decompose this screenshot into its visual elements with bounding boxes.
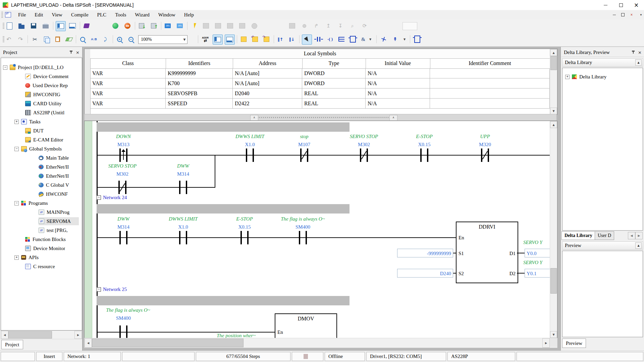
find-button[interactable]	[78, 35, 87, 44]
table-cell[interactable]: N/A	[366, 78, 430, 88]
device-address[interactable]: M320	[448, 142, 522, 147]
zoom-in-button[interactable]: +	[115, 35, 124, 44]
scroll-thumb[interactable]	[550, 268, 557, 294]
collapse-section-button[interactable]: ▲	[635, 59, 642, 66]
project-h-scrollbar[interactable]: ◀ ▶	[1, 330, 82, 339]
contact-nc[interactable]	[358, 148, 370, 162]
scroll-right-button[interactable]: ▶	[542, 338, 550, 348]
contact-no[interactable]	[117, 325, 129, 339]
menu-overflow-icon[interactable]: ▼	[637, 12, 644, 18]
new-file-button[interactable]	[5, 21, 14, 31]
disabled-record-button[interactable]	[300, 21, 309, 31]
network-24-header[interactable]: Network 24	[97, 195, 127, 200]
online-monitor-button[interactable]: 101	[163, 21, 172, 31]
menu-window[interactable]: Window	[154, 11, 180, 19]
collapse-icon[interactable]	[3, 65, 7, 70]
disabled-tool-button-4[interactable]	[237, 21, 247, 31]
device-address[interactable]: SM400	[266, 224, 340, 230]
table-cell[interactable]	[430, 99, 550, 109]
tree-item-ecam[interactable]: E-CAM Editor	[25, 136, 63, 144]
contact-no[interactable]	[117, 231, 129, 244]
redo-button[interactable]: ↷	[16, 35, 25, 44]
tab-project[interactable]: Project	[1, 340, 23, 349]
close-icon[interactable]: ×	[76, 50, 79, 55]
disabled-window-button[interactable]	[287, 21, 297, 31]
table-cell[interactable]: N/A [Auto]	[233, 68, 302, 78]
menu-plc[interactable]: PLC	[93, 11, 111, 19]
menu-edit[interactable]: Edit	[30, 11, 47, 19]
zoom-out-button[interactable]: −	[126, 35, 136, 44]
collapse-icon[interactable]	[14, 201, 19, 205]
tree-item-device-monitor[interactable]: Device Monitor	[25, 244, 65, 252]
tree-item-device-comment[interactable]: Device Comment	[25, 72, 68, 80]
disabled-tool-button-1[interactable]	[201, 21, 211, 31]
address-view-toggle[interactable]: ADDR	[201, 35, 210, 44]
disabled-tool-button-5[interactable]	[250, 21, 259, 31]
tree-item-c-global[interactable]: C Global V	[39, 181, 69, 189]
contact-no[interactable]	[177, 231, 189, 244]
print-button[interactable]	[41, 21, 50, 31]
mdi-restore-button[interactable]	[619, 12, 627, 18]
tree-item-delta-library[interactable]: Delta Library	[565, 73, 606, 81]
table-cell[interactable]: N/A	[366, 88, 430, 99]
scroll-left-button[interactable]: ◀	[1, 331, 8, 339]
tree-item-hwconfig-symbols[interactable]: HWCONF	[39, 190, 68, 198]
s2-operand[interactable]: D240	[397, 269, 453, 278]
network-25-header[interactable]: Network 25	[97, 287, 127, 292]
erase-button[interactable]	[64, 35, 74, 44]
s1-operand[interactable]: -999999999	[397, 249, 453, 257]
simulator-stop-button[interactable]	[123, 21, 132, 31]
restore-button[interactable]	[613, 0, 629, 10]
paste-button[interactable]	[53, 35, 62, 44]
contact-nc[interactable]	[479, 148, 491, 162]
tab-delta-library[interactable]: Delta Library	[561, 231, 595, 240]
dmov-block[interactable]: DMOV En	[275, 313, 337, 339]
contact-no[interactable]	[177, 181, 189, 194]
tree-item-c-resource[interactable]: C resource	[25, 262, 55, 270]
table-ladder-splitter[interactable]: ∧ ∧	[84, 114, 557, 121]
expand-icon[interactable]	[565, 75, 570, 79]
save-button[interactable]	[29, 21, 38, 31]
disabled-refresh-button[interactable]: ⟳	[360, 21, 369, 31]
contact-nc[interactable]	[298, 148, 310, 162]
table-cell[interactable]: VAR	[90, 99, 166, 109]
instruction-dropdown[interactable]: ▼	[368, 35, 373, 44]
scroll-thumb[interactable]	[92, 339, 244, 347]
expand-icon[interactable]	[14, 255, 19, 260]
tree-item-ethernet-1[interactable]: EtherNet/II	[39, 163, 69, 171]
tree-item-global-symbols[interactable]: Global Symbols	[14, 145, 62, 153]
tab-preview[interactable]: Preview	[562, 339, 586, 348]
ddrvi-block[interactable]: DDRVI En S1 S2 D1 D2	[456, 222, 518, 283]
insert-branch-button[interactable]	[337, 35, 346, 44]
scroll-right-button[interactable]: ▶	[74, 331, 82, 339]
contact-no[interactable]	[238, 231, 251, 244]
disabled-step-button-2[interactable]: ↥	[324, 21, 333, 31]
table-cell[interactable]: REAL	[302, 99, 366, 109]
table-cell[interactable]: N/A [Auto]	[233, 78, 302, 88]
close-icon[interactable]: ×	[638, 50, 642, 55]
device-monitor-button[interactable]: 101	[175, 21, 184, 31]
comment-view-toggle[interactable]	[225, 35, 235, 45]
symbol-table-view-toggle[interactable]	[213, 35, 223, 45]
table-cell[interactable]: K999999999	[166, 68, 233, 78]
tree-item-used-device[interactable]: Used Device Rep	[25, 81, 68, 89]
replace-button[interactable]: A↕B	[89, 35, 99, 44]
activate-network-button[interactable]	[250, 35, 260, 44]
device-address[interactable]: M313	[87, 142, 160, 147]
table-cell[interactable]	[430, 78, 550, 88]
table-cell[interactable]: SSPEED	[166, 99, 233, 109]
table-cell[interactable]: VAR	[90, 68, 166, 78]
tree-item-plc[interactable]: AS228P (Untitl	[25, 109, 64, 117]
pin-icon[interactable]	[69, 51, 73, 55]
expand-icon[interactable]	[14, 120, 19, 124]
symbols-v-scrollbar[interactable]: ▲ ▼	[550, 49, 557, 115]
insert-contact-button[interactable]	[314, 35, 323, 44]
vertical-line-button[interactable]: ↟	[390, 35, 400, 44]
insert-network-above-button[interactable]: ‖↑	[276, 35, 285, 44]
insert-block-button[interactable]	[348, 35, 358, 44]
tree-item-ethernet-2[interactable]: EtherNet/II	[39, 172, 69, 180]
scroll-up-button[interactable]: ▲	[550, 49, 557, 56]
ladder-v-scrollbar[interactable]: ▲ ▼	[550, 121, 557, 338]
device-address[interactable]: M314	[146, 171, 220, 177]
contact-nc[interactable]	[116, 181, 128, 194]
